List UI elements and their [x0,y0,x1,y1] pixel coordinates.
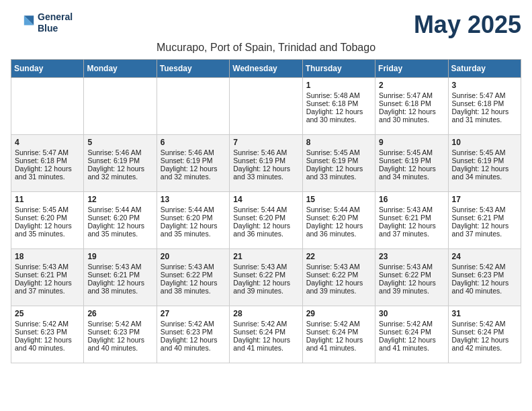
day-number: 18 [15,252,80,261]
day-number: 29 [306,309,371,318]
day-number: 30 [379,309,444,318]
sunrise-text: Sunrise: 5:44 AM [306,205,371,214]
calendar-cell: 26Sunrise: 5:42 AMSunset: 6:23 PMDayligh… [84,306,157,363]
sunset-text: Sunset: 6:19 PM [161,156,226,165]
calendar-cell: 1Sunrise: 5:48 AMSunset: 6:18 PMDaylight… [302,78,375,135]
day-number: 12 [87,195,152,204]
calendar-cell: 8Sunrise: 5:45 AMSunset: 6:19 PMDaylight… [302,135,375,192]
weekday-header-cell: Saturday [448,60,521,78]
daylight-text: Daylight: 12 hours and 33 minutes. [233,165,298,181]
sunset-text: Sunset: 6:23 PM [87,328,152,336]
daylight-text: Daylight: 12 hours and 35 minutes. [15,222,80,238]
sunrise-text: Sunrise: 5:44 AM [87,205,152,214]
day-number: 27 [161,309,226,318]
sunset-text: Sunset: 6:20 PM [87,214,152,222]
calendar-cell: 30Sunrise: 5:42 AMSunset: 6:24 PMDayligh… [375,306,448,363]
sunrise-text: Sunrise: 5:42 AM [87,320,152,328]
sunrise-text: Sunrise: 5:44 AM [233,205,298,214]
calendar-cell: 9Sunrise: 5:45 AMSunset: 6:19 PMDaylight… [375,135,448,192]
day-number: 7 [233,138,298,147]
daylight-text: Daylight: 12 hours and 31 minutes. [452,107,517,124]
calendar-cell: 17Sunrise: 5:43 AMSunset: 6:21 PMDayligh… [448,192,521,249]
location-title: Mucurapo, Port of Spain, Trinidad and To… [11,42,521,54]
daylight-text: Daylight: 12 hours and 34 minutes. [452,165,517,181]
day-number: 8 [306,138,371,147]
daylight-text: Daylight: 12 hours and 39 minutes. [379,279,444,295]
calendar-cell [230,78,302,135]
calendar-cell: 25Sunrise: 5:42 AMSunset: 6:23 PMDayligh… [11,306,84,363]
calendar-cell: 24Sunrise: 5:42 AMSunset: 6:23 PMDayligh… [448,249,521,306]
sunset-text: Sunset: 6:22 PM [161,271,226,279]
daylight-text: Daylight: 12 hours and 36 minutes. [233,222,298,238]
daylight-text: Daylight: 12 hours and 37 minutes. [452,222,517,238]
calendar-cell [11,78,84,135]
day-number: 24 [452,252,517,261]
sunset-text: Sunset: 6:23 PM [452,271,517,279]
day-number: 2 [379,81,444,90]
sunset-text: Sunset: 6:18 PM [15,156,80,165]
calendar-cell: 4Sunrise: 5:47 AMSunset: 6:18 PMDaylight… [11,135,84,192]
day-number: 22 [306,252,371,261]
calendar-cell: 7Sunrise: 5:46 AMSunset: 6:19 PMDaylight… [230,135,302,192]
sunset-text: Sunset: 6:23 PM [161,328,226,336]
sunset-text: Sunset: 6:19 PM [452,156,517,165]
logo-icon [11,11,35,35]
day-number: 14 [233,195,298,204]
daylight-text: Daylight: 12 hours and 39 minutes. [306,279,371,295]
calendar-cell: 5Sunrise: 5:46 AMSunset: 6:19 PMDaylight… [84,135,157,192]
weekday-header-cell: Sunday [11,60,84,78]
sunset-text: Sunset: 6:24 PM [452,328,517,336]
calendar-cell: 20Sunrise: 5:43 AMSunset: 6:22 PMDayligh… [157,249,229,306]
sunset-text: Sunset: 6:19 PM [233,156,298,165]
calendar-table: SundayMondayTuesdayWednesdayThursdayFrid… [11,59,521,363]
day-number: 3 [452,81,517,90]
daylight-text: Daylight: 12 hours and 33 minutes. [306,165,371,181]
weekday-header-cell: Friday [375,60,448,78]
daylight-text: Daylight: 12 hours and 38 minutes. [87,279,152,295]
daylight-text: Daylight: 12 hours and 34 minutes. [379,165,444,181]
sunset-text: Sunset: 6:22 PM [233,271,298,279]
sunset-text: Sunset: 6:21 PM [87,271,152,279]
calendar-cell: 2Sunrise: 5:47 AMSunset: 6:18 PMDaylight… [375,78,448,135]
logo: General Blue [11,11,73,35]
calendar-cell: 15Sunrise: 5:44 AMSunset: 6:20 PMDayligh… [302,192,375,249]
calendar-cell: 19Sunrise: 5:43 AMSunset: 6:21 PMDayligh… [84,249,157,306]
sunset-text: Sunset: 6:21 PM [379,214,444,222]
daylight-text: Daylight: 12 hours and 38 minutes. [161,279,226,295]
sunrise-text: Sunrise: 5:42 AM [15,320,80,328]
sunrise-text: Sunrise: 5:42 AM [306,320,371,328]
sunset-text: Sunset: 6:20 PM [306,214,371,222]
daylight-text: Daylight: 12 hours and 40 minutes. [452,279,517,295]
calendar-cell: 3Sunrise: 5:47 AMSunset: 6:18 PMDaylight… [448,78,521,135]
sunset-text: Sunset: 6:19 PM [379,156,444,165]
daylight-text: Daylight: 12 hours and 40 minutes. [161,336,226,352]
day-number: 9 [379,138,444,147]
day-number: 13 [161,195,226,204]
calendar-cell: 6Sunrise: 5:46 AMSunset: 6:19 PMDaylight… [157,135,229,192]
calendar-cell: 22Sunrise: 5:43 AMSunset: 6:22 PMDayligh… [302,249,375,306]
daylight-text: Daylight: 12 hours and 41 minutes. [379,336,444,352]
sunset-text: Sunset: 6:22 PM [306,271,371,279]
daylight-text: Daylight: 12 hours and 31 minutes. [15,165,80,181]
daylight-text: Daylight: 12 hours and 35 minutes. [161,222,226,238]
calendar-row: 25Sunrise: 5:42 AMSunset: 6:23 PMDayligh… [11,306,521,363]
calendar-cell: 10Sunrise: 5:45 AMSunset: 6:19 PMDayligh… [448,135,521,192]
sunrise-text: Sunrise: 5:45 AM [15,205,80,214]
weekday-header-cell: Thursday [302,60,375,78]
daylight-text: Daylight: 12 hours and 41 minutes. [306,336,371,352]
sunrise-text: Sunrise: 5:47 AM [15,148,80,156]
calendar-cell: 31Sunrise: 5:42 AMSunset: 6:24 PMDayligh… [448,306,521,363]
sunrise-text: Sunrise: 5:42 AM [452,263,517,271]
daylight-text: Daylight: 12 hours and 32 minutes. [161,165,226,181]
calendar-row: 11Sunrise: 5:45 AMSunset: 6:20 PMDayligh… [11,192,521,249]
weekday-header-row: SundayMondayTuesdayWednesdayThursdayFrid… [11,60,521,78]
calendar-cell: 23Sunrise: 5:43 AMSunset: 6:22 PMDayligh… [375,249,448,306]
sunrise-text: Sunrise: 5:45 AM [452,148,517,156]
sunrise-text: Sunrise: 5:46 AM [87,148,152,156]
sunrise-text: Sunrise: 5:46 AM [161,148,226,156]
sunrise-text: Sunrise: 5:48 AM [306,91,371,99]
day-number: 11 [15,195,80,204]
sunset-text: Sunset: 6:20 PM [233,214,298,222]
daylight-text: Daylight: 12 hours and 32 minutes. [87,165,152,181]
calendar-cell: 21Sunrise: 5:43 AMSunset: 6:22 PMDayligh… [230,249,302,306]
